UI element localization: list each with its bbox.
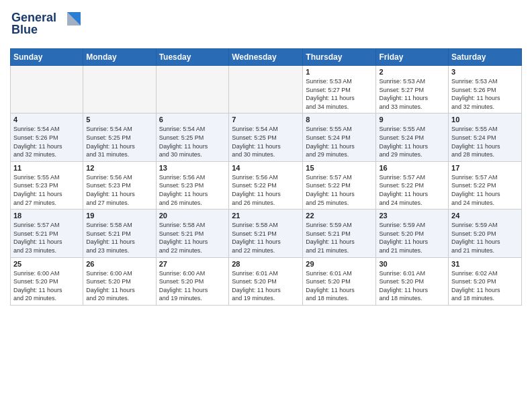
weekday-header-tuesday: Tuesday: [156, 49, 229, 66]
day-info: Sunrise: 6:01 AM Sunset: 5:20 PM Dayligh…: [379, 269, 445, 303]
calendar-cell: 2Sunrise: 5:53 AM Sunset: 5:27 PM Daylig…: [376, 66, 449, 113]
calendar-week-row: 11Sunrise: 5:55 AM Sunset: 5:23 PM Dayli…: [11, 161, 522, 209]
day-number: 8: [306, 116, 373, 124]
calendar-cell: 1Sunrise: 5:53 AM Sunset: 5:27 PM Daylig…: [303, 66, 376, 113]
weekday-header-sunday: Sunday: [11, 49, 83, 66]
calendar-cell: 3Sunrise: 5:53 AM Sunset: 5:26 PM Daylig…: [449, 66, 522, 113]
day-number: 18: [13, 212, 80, 220]
calendar-week-row: 18Sunrise: 5:57 AM Sunset: 5:21 PM Dayli…: [11, 210, 522, 257]
day-info: Sunrise: 6:00 AM Sunset: 5:20 PM Dayligh…: [86, 269, 152, 303]
day-info: Sunrise: 5:58 AM Sunset: 5:21 PM Dayligh…: [86, 221, 152, 255]
day-number: 12: [86, 164, 152, 172]
day-info: Sunrise: 5:56 AM Sunset: 5:23 PM Dayligh…: [86, 173, 152, 207]
svg-text:Blue: Blue: [11, 23, 38, 36]
calendar-cell: [156, 66, 229, 113]
calendar-cell: 25Sunrise: 6:00 AM Sunset: 5:20 PM Dayli…: [11, 257, 83, 305]
day-info: Sunrise: 5:58 AM Sunset: 5:21 PM Dayligh…: [159, 221, 226, 255]
weekday-header-friday: Friday: [376, 49, 449, 66]
weekday-header-wednesday: Wednesday: [229, 49, 303, 66]
calendar-cell: 7Sunrise: 5:54 AM Sunset: 5:25 PM Daylig…: [229, 113, 303, 161]
calendar-cell: 28Sunrise: 6:01 AM Sunset: 5:20 PM Dayli…: [229, 257, 303, 305]
header: General Blue: [10, 7, 522, 43]
day-number: 31: [451, 260, 519, 268]
calendar-cell: 30Sunrise: 6:01 AM Sunset: 5:20 PM Dayli…: [376, 257, 449, 305]
day-number: 30: [379, 260, 445, 268]
calendar-cell: 12Sunrise: 5:56 AM Sunset: 5:23 PM Dayli…: [83, 161, 156, 209]
day-info: Sunrise: 5:57 AM Sunset: 5:22 PM Dayligh…: [451, 173, 519, 207]
calendar-cell: 16Sunrise: 5:57 AM Sunset: 5:22 PM Dayli…: [376, 161, 449, 209]
calendar-cell: 22Sunrise: 5:59 AM Sunset: 5:21 PM Dayli…: [303, 210, 376, 257]
day-number: 23: [379, 212, 445, 220]
calendar-cell: 10Sunrise: 5:55 AM Sunset: 5:24 PM Dayli…: [449, 113, 522, 161]
calendar-cell: [11, 66, 83, 113]
calendar-cell: 15Sunrise: 5:57 AM Sunset: 5:22 PM Dayli…: [303, 161, 376, 209]
day-info: Sunrise: 5:57 AM Sunset: 5:21 PM Dayligh…: [13, 221, 80, 255]
day-info: Sunrise: 5:58 AM Sunset: 5:21 PM Dayligh…: [232, 221, 300, 255]
day-number: 10: [451, 116, 519, 124]
day-info: Sunrise: 5:53 AM Sunset: 5:27 PM Dayligh…: [306, 77, 373, 111]
day-info: Sunrise: 6:02 AM Sunset: 5:20 PM Dayligh…: [451, 269, 519, 303]
day-info: Sunrise: 5:53 AM Sunset: 5:27 PM Dayligh…: [379, 77, 445, 111]
logo-content: General Blue: [10, 7, 84, 43]
day-info: Sunrise: 5:54 AM Sunset: 5:26 PM Dayligh…: [13, 125, 80, 158]
calendar-cell: 18Sunrise: 5:57 AM Sunset: 5:21 PM Dayli…: [11, 210, 83, 257]
calendar-table: SundayMondayTuesdayWednesdayThursdayFrid…: [10, 48, 522, 306]
calendar-cell: 24Sunrise: 5:59 AM Sunset: 5:20 PM Dayli…: [449, 210, 522, 257]
weekday-header-row: SundayMondayTuesdayWednesdayThursdayFrid…: [11, 49, 522, 66]
day-info: Sunrise: 5:59 AM Sunset: 5:21 PM Dayligh…: [306, 221, 373, 255]
day-info: Sunrise: 5:54 AM Sunset: 5:25 PM Dayligh…: [86, 125, 152, 158]
day-number: 28: [232, 260, 300, 268]
weekday-header-saturday: Saturday: [449, 49, 522, 66]
day-info: Sunrise: 6:00 AM Sunset: 5:20 PM Dayligh…: [159, 269, 226, 303]
day-info: Sunrise: 6:00 AM Sunset: 5:20 PM Dayligh…: [13, 269, 80, 303]
calendar-week-row: 4Sunrise: 5:54 AM Sunset: 5:26 PM Daylig…: [11, 113, 522, 161]
calendar-cell: 27Sunrise: 6:00 AM Sunset: 5:20 PM Dayli…: [156, 257, 229, 305]
day-info: Sunrise: 5:56 AM Sunset: 5:23 PM Dayligh…: [159, 173, 226, 207]
day-number: 17: [451, 164, 519, 172]
day-info: Sunrise: 5:55 AM Sunset: 5:23 PM Dayligh…: [13, 173, 80, 207]
calendar-cell: 23Sunrise: 5:59 AM Sunset: 5:20 PM Dayli…: [376, 210, 449, 257]
day-number: 20: [159, 212, 226, 220]
calendar-cell: 5Sunrise: 5:54 AM Sunset: 5:25 PM Daylig…: [83, 113, 156, 161]
calendar-cell: 9Sunrise: 5:55 AM Sunset: 5:24 PM Daylig…: [376, 113, 449, 161]
day-number: 15: [306, 164, 373, 172]
calendar-cell: 6Sunrise: 5:54 AM Sunset: 5:25 PM Daylig…: [156, 113, 229, 161]
day-info: Sunrise: 5:56 AM Sunset: 5:22 PM Dayligh…: [232, 173, 300, 207]
day-number: 26: [86, 260, 152, 268]
day-number: 4: [13, 116, 80, 124]
calendar-cell: [229, 66, 303, 113]
day-number: 16: [379, 164, 445, 172]
day-number: 13: [159, 164, 226, 172]
day-number: 3: [451, 68, 519, 76]
calendar-cell: 8Sunrise: 5:55 AM Sunset: 5:24 PM Daylig…: [303, 113, 376, 161]
day-number: 6: [159, 116, 226, 124]
day-number: 5: [86, 116, 152, 124]
day-number: 14: [232, 164, 300, 172]
day-number: 7: [232, 116, 300, 124]
calendar-week-row: 1Sunrise: 5:53 AM Sunset: 5:27 PM Daylig…: [11, 66, 522, 113]
calendar-cell: 14Sunrise: 5:56 AM Sunset: 5:22 PM Dayli…: [229, 161, 303, 209]
calendar-cell: 29Sunrise: 6:01 AM Sunset: 5:20 PM Dayli…: [303, 257, 376, 305]
calendar-cell: 21Sunrise: 5:58 AM Sunset: 5:21 PM Dayli…: [229, 210, 303, 257]
day-info: Sunrise: 5:55 AM Sunset: 5:24 PM Dayligh…: [306, 125, 373, 158]
calendar-cell: 19Sunrise: 5:58 AM Sunset: 5:21 PM Dayli…: [83, 210, 156, 257]
day-number: 22: [306, 212, 373, 220]
day-info: Sunrise: 6:01 AM Sunset: 5:20 PM Dayligh…: [232, 269, 300, 303]
day-info: Sunrise: 5:54 AM Sunset: 5:25 PM Dayligh…: [159, 125, 226, 158]
logo: General Blue: [10, 7, 84, 43]
calendar-cell: 26Sunrise: 6:00 AM Sunset: 5:20 PM Dayli…: [83, 257, 156, 305]
day-info: Sunrise: 5:55 AM Sunset: 5:24 PM Dayligh…: [451, 125, 519, 158]
day-info: Sunrise: 5:59 AM Sunset: 5:20 PM Dayligh…: [451, 221, 519, 255]
day-number: 1: [306, 68, 373, 76]
weekday-header-thursday: Thursday: [303, 49, 376, 66]
day-info: Sunrise: 5:57 AM Sunset: 5:22 PM Dayligh…: [379, 173, 445, 207]
day-info: Sunrise: 5:59 AM Sunset: 5:20 PM Dayligh…: [379, 221, 445, 255]
calendar-cell: [83, 66, 156, 113]
calendar-cell: 31Sunrise: 6:02 AM Sunset: 5:20 PM Dayli…: [449, 257, 522, 305]
calendar-cell: 20Sunrise: 5:58 AM Sunset: 5:21 PM Dayli…: [156, 210, 229, 257]
day-info: Sunrise: 5:54 AM Sunset: 5:25 PM Dayligh…: [232, 125, 300, 158]
day-info: Sunrise: 5:57 AM Sunset: 5:22 PM Dayligh…: [306, 173, 373, 207]
day-number: 11: [13, 164, 80, 172]
day-number: 2: [379, 68, 445, 76]
calendar-week-row: 25Sunrise: 6:00 AM Sunset: 5:20 PM Dayli…: [11, 257, 522, 305]
